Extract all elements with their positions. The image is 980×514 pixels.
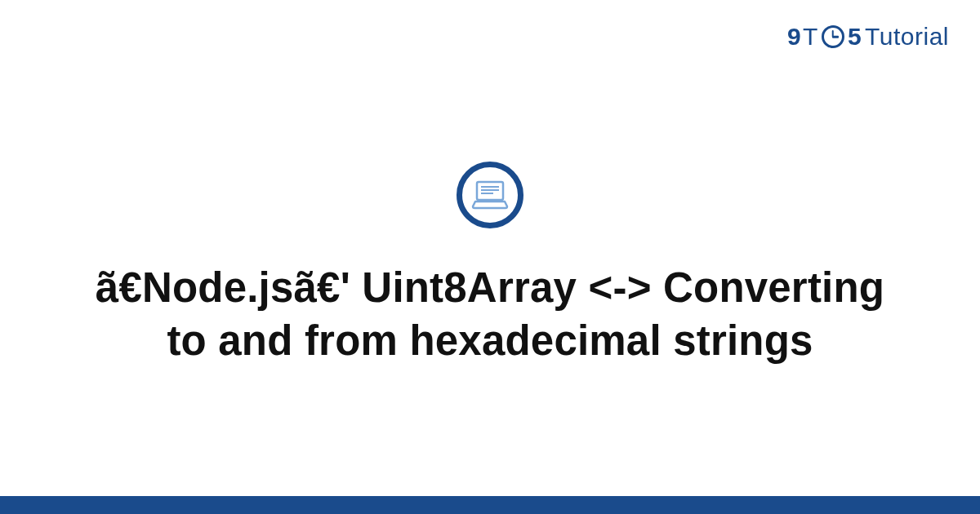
footer-bar xyxy=(0,496,980,514)
page-title: ã€Node.jsã€' Uint8Array <-> Converting t… xyxy=(82,261,898,368)
hero-content: ã€Node.jsã€' Uint8Array <-> Converting t… xyxy=(0,0,980,496)
laptop-icon xyxy=(457,162,523,228)
